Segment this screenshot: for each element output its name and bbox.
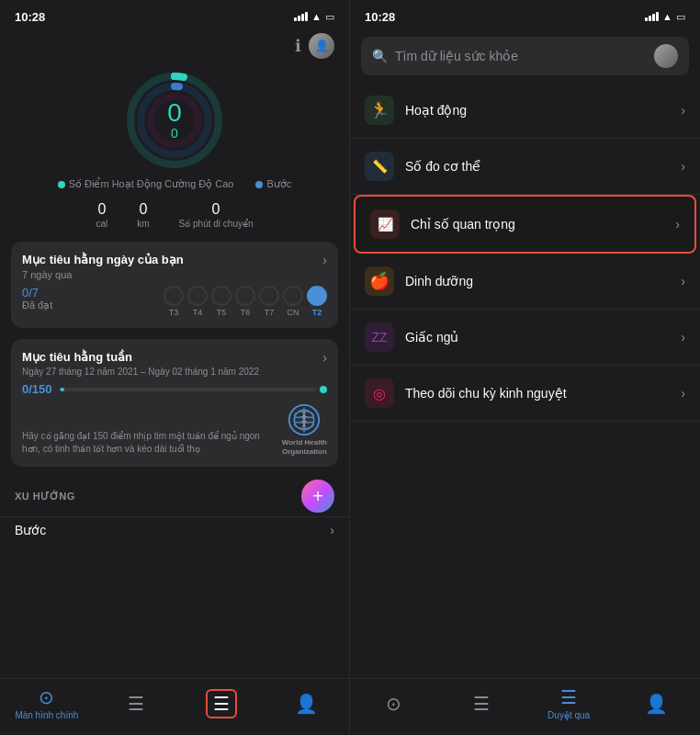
day-label-t7: T7 bbox=[265, 308, 275, 317]
tab-list-1[interactable]: ☰ bbox=[108, 693, 164, 715]
signal-bars-right bbox=[645, 12, 659, 21]
menu-chevron-nutrition: › bbox=[681, 274, 685, 288]
menu-chevron-vitals: › bbox=[675, 217, 680, 232]
ring-main-value: 0 bbox=[167, 100, 182, 126]
stat-label-steps: Bước bbox=[266, 178, 291, 190]
tab-home[interactable]: ⊙ Màn hình chính bbox=[15, 686, 78, 720]
tab-list-2[interactable]: ☰ bbox=[194, 689, 249, 718]
weekly-card-chevron: › bbox=[322, 350, 327, 365]
search-placeholder-text[interactable]: Tìm dữ liệu sức khỏe bbox=[395, 49, 647, 63]
stat-item-vigorouspoints: Số Điểm Hoạt Động Cường Độ Cao bbox=[58, 178, 234, 190]
weekly-date-range: Ngày 27 tháng 12 năm 2021 – Ngày 02 thán… bbox=[22, 367, 327, 377]
right-tab-home[interactable]: ⊙ bbox=[367, 693, 422, 715]
tab-profile[interactable]: 👤 bbox=[279, 693, 334, 715]
metric-minutes: 0 Số phút di chuyển bbox=[179, 201, 254, 229]
right-tab-browse-icon: ☰ bbox=[560, 686, 577, 708]
search-bar[interactable]: 🔍 Tìm dữ liệu sức khỏe bbox=[361, 37, 689, 75]
search-avatar[interactable] bbox=[654, 44, 678, 68]
left-status-bar: 10:28 ▲ ▭ bbox=[0, 0, 349, 29]
weekly-goal-card[interactable]: Mục tiêu hằng tuần › Ngày 27 tháng 12 nă… bbox=[11, 339, 338, 467]
metric-km: 0 km bbox=[137, 201, 149, 229]
day-circle-t4 bbox=[187, 286, 208, 306]
ring-sub-value: 0 bbox=[171, 126, 178, 141]
menu-label-sleep: Giấc ngủ bbox=[405, 330, 670, 345]
daily-progress-value: 0/7 bbox=[22, 286, 52, 300]
menu-chevron-cycle: › bbox=[681, 386, 685, 401]
tab-list-2-icon: ☰ bbox=[213, 694, 230, 714]
metric-km-value: 0 bbox=[139, 201, 147, 218]
day-item-t4: T4 bbox=[187, 286, 208, 317]
right-tab-profile[interactable]: 👤 bbox=[628, 693, 683, 715]
add-button[interactable]: + bbox=[301, 480, 334, 513]
menu-item-cycle[interactable]: ◎ Theo dõi chu kỳ kinh nguyệt › bbox=[350, 366, 700, 422]
left-panel: 10:28 ▲ ▭ ℹ 👤 bbox=[0, 0, 350, 735]
wifi-icon-left: ▲ bbox=[311, 11, 322, 22]
sleep-icon: ZZ bbox=[371, 330, 387, 345]
weekly-card-header: Mục tiêu hằng tuần › bbox=[22, 350, 327, 365]
day-circles: T3 T4 T5 T6 T7 bbox=[164, 286, 327, 317]
avatar-left[interactable]: 👤 bbox=[309, 33, 334, 59]
menu-item-activity[interactable]: 🏃 Hoạt động › bbox=[350, 83, 700, 139]
menu-label-nutrition: Dinh dưỡng bbox=[405, 274, 670, 288]
metric-minutes-value: 0 bbox=[212, 201, 220, 218]
steps-row[interactable]: Bước › bbox=[0, 516, 349, 543]
svg-point-5 bbox=[171, 73, 178, 80]
menu-icon-body: 📏 bbox=[365, 152, 394, 181]
add-icon: + bbox=[312, 486, 323, 507]
who-emblem-svg bbox=[288, 403, 321, 436]
day-item-t7: T7 bbox=[259, 286, 279, 317]
right-time: 10:28 bbox=[365, 10, 395, 24]
menu-item-sleep[interactable]: ZZ Giấc ngủ › bbox=[350, 310, 700, 366]
weekly-description: Hãy cố gắng đạt 150 điểm nhịp tim một tu… bbox=[22, 430, 282, 456]
menu-chevron-sleep: › bbox=[681, 330, 685, 345]
metric-km-label: km bbox=[137, 219, 149, 229]
left-status-icons: ▲ ▭ bbox=[294, 11, 334, 23]
day-circle-cn bbox=[283, 286, 303, 306]
trend-section: XU HƯỚNG + bbox=[0, 472, 349, 516]
day-label-t4: T4 bbox=[193, 308, 203, 317]
who-label: World HealthOrganization bbox=[282, 438, 327, 456]
info-icon[interactable]: ℹ bbox=[295, 36, 301, 56]
day-label-t5: T5 bbox=[217, 308, 227, 317]
day-item-t2: T2 bbox=[307, 286, 327, 317]
menu-chevron-body: › bbox=[681, 159, 685, 174]
day-circle-t3 bbox=[164, 286, 184, 306]
metrics-row: 0 cal 0 km 0 Số phút di chuyển bbox=[0, 198, 349, 236]
day-item-t6: T6 bbox=[235, 286, 255, 317]
menu-icon-vitals: 📈 bbox=[370, 209, 400, 239]
menu-item-vitals[interactable]: 📈 Chỉ số quan trọng › bbox=[354, 195, 696, 254]
body-icon: 📏 bbox=[372, 159, 388, 174]
weekly-score: 0/150 bbox=[22, 382, 52, 396]
daily-progress: 0/7 Đã đạt T3 T4 T5 T6 bbox=[22, 286, 327, 317]
menu-label-vitals: Chỉ số quan trọng bbox=[411, 217, 664, 232]
day-label-cn: CN bbox=[288, 308, 299, 317]
day-item-cn: CN bbox=[283, 286, 303, 317]
menu-list: 🏃 Hoạt động › 📏 Số đo cơ thể › 📈 Chỉ số … bbox=[350, 83, 700, 678]
menu-icon-cycle: ◎ bbox=[365, 379, 394, 408]
daily-card-title: Mục tiêu hằng ngày của bạn bbox=[22, 253, 184, 266]
menu-item-nutrition[interactable]: 🍎 Dinh dưỡng › bbox=[350, 254, 700, 310]
right-status-icons: ▲ ▭ bbox=[645, 11, 685, 23]
weekly-card-title: Mục tiêu hằng tuần bbox=[22, 350, 132, 364]
daily-card-header: Mục tiêu hằng ngày của bạn › bbox=[22, 253, 327, 267]
right-tab-browse[interactable]: ☰ Duyệt qua bbox=[541, 686, 596, 720]
metric-cal: 0 cal bbox=[96, 201, 107, 229]
battery-icon-right: ▭ bbox=[676, 11, 685, 23]
daily-goal-card[interactable]: Mục tiêu hằng ngày của bạn › 7 ngày qua … bbox=[11, 242, 338, 328]
left-tab-bar: ⊙ Màn hình chính ☰ ☰ 👤 bbox=[0, 678, 349, 735]
nutrition-icon: 🍎 bbox=[369, 271, 390, 291]
wifi-icon-right: ▲ bbox=[662, 11, 672, 22]
tab-home-label: Màn hình chính bbox=[15, 710, 78, 720]
left-time: 10:28 bbox=[15, 10, 45, 24]
ring-container: 0 0 bbox=[0, 70, 349, 171]
dot-blue bbox=[255, 181, 263, 188]
activity-icon: 🏃 bbox=[369, 100, 390, 120]
ring-center: 0 0 bbox=[167, 100, 182, 141]
right-tab-bar: ⊙ ☰ ☰ Duyệt qua 👤 bbox=[350, 678, 700, 735]
tab-list-1-icon: ☰ bbox=[128, 693, 144, 715]
right-tab-list-1[interactable]: ☰ bbox=[454, 693, 509, 715]
day-circle-t5 bbox=[211, 286, 231, 306]
battery-icon-left: ▭ bbox=[325, 11, 334, 23]
menu-item-body[interactable]: 📏 Số đo cơ thể › bbox=[350, 139, 700, 195]
day-label-t3: T3 bbox=[169, 308, 179, 317]
